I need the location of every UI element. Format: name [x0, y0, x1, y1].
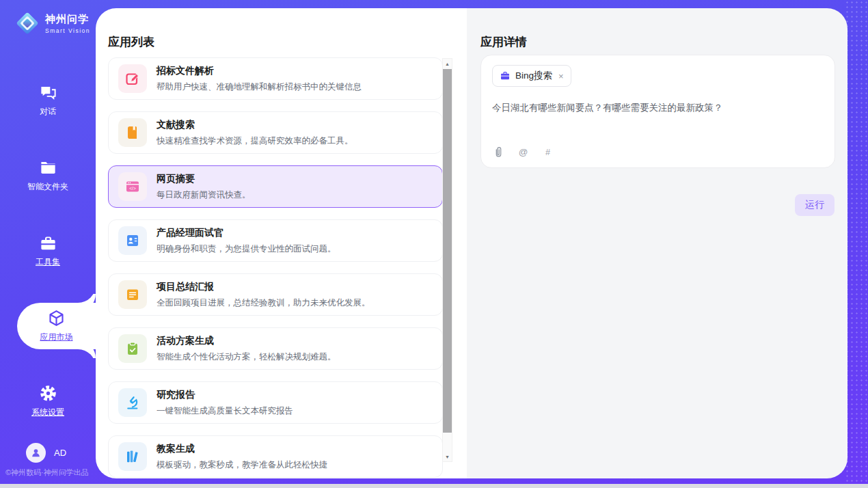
prompt-card: Bing搜索 × 今日湖北有哪些新闻要点？有哪些需要关注的最新政策？ @#: [480, 55, 835, 168]
app-card-description: 一键智能生成高质量长文本研究报告: [157, 405, 293, 417]
app-card-3[interactable]: 产品经理面试官明确身份和职责，为您提供专业性的面试问题。: [108, 219, 443, 262]
scrollbar[interactable]: ▲ ▼: [442, 58, 452, 462]
sidebar-nav: 对话智能文件夹工具集应用市场系统设置: [0, 63, 96, 439]
edit-icon: [118, 64, 147, 93]
avatar[interactable]: [26, 443, 46, 463]
app-list-title: 应用列表: [108, 34, 154, 50]
sidebar-item-label: 对话: [40, 106, 56, 118]
app-card-description: 智能生成个性化活动方案，轻松解决规划难题。: [157, 351, 336, 363]
copyright-text: ©神州数码·神州问学出品: [5, 467, 89, 478]
attachment-icon[interactable]: [492, 146, 505, 159]
summary-icon: [118, 280, 147, 309]
app-card-description: 全面回顾项目进展，总结经验教训，助力未来优化发展。: [157, 297, 370, 309]
sidebar-item-0[interactable]: 对话: [0, 63, 96, 138]
app-card-description: 每日政府新闻资讯快查。: [157, 189, 251, 201]
app-card-title: 活动方案生成: [157, 335, 336, 347]
app-card-description: 明确身份和职责，为您提供专业性的面试问题。: [157, 243, 336, 255]
app-card-title: 网页摘要: [157, 173, 251, 185]
toolbox-icon: [39, 234, 57, 252]
scrollbar-thumb[interactable]: [443, 69, 452, 433]
logo-icon: [15, 11, 40, 36]
sidebar: 神州问学 Smart Vision 对话智能文件夹工具集应用市场系统设置 AD …: [0, 0, 96, 484]
gear-icon: [39, 384, 57, 403]
app-card-title: 项目总结汇报: [157, 281, 370, 293]
browser-icon: </>: [118, 172, 147, 201]
chat-icon: [39, 83, 57, 102]
briefcase-icon: [500, 70, 511, 81]
sidebar-pill[interactable]: 工具集: [0, 228, 96, 274]
run-button[interactable]: 运行: [795, 194, 835, 216]
books-icon: [118, 442, 147, 471]
folder-icon: [39, 159, 57, 177]
plan-icon: [118, 334, 147, 363]
sidebar-pill[interactable]: 应用市场: [17, 303, 96, 349]
app-card-title: 招标文件解析: [157, 65, 362, 77]
cube-icon: [47, 309, 66, 327]
composer-toolbar: @#: [492, 146, 554, 159]
app-card-title: 文献搜索: [157, 119, 353, 131]
app-card-0[interactable]: 招标文件解析帮助用户快速、准确地理解和解析招标书中的关键信息: [108, 57, 443, 100]
brand-tagline: Smart Vision: [45, 27, 90, 34]
app-card-description: 模板驱动，教案秒成，教学准备从此轻松快捷: [157, 459, 327, 471]
app-detail-panel: 应用详情 Bing搜索 × 今日湖北有哪些新闻要点？有哪些需要关注的最新政策？ …: [467, 8, 847, 478]
hash-icon[interactable]: #: [541, 146, 554, 159]
logo: 神州问学 Smart Vision: [0, 0, 96, 36]
sidebar-pill[interactable]: 智能文件夹: [0, 152, 96, 199]
sidebar-item-4[interactable]: 系统设置: [0, 364, 96, 439]
scroll-up-icon[interactable]: ▲: [443, 59, 452, 68]
sidebar-item-1[interactable]: 智能文件夹: [0, 138, 96, 213]
dot-texture: [845, 0, 868, 484]
tag-close-icon[interactable]: ×: [558, 72, 564, 81]
tool-tag[interactable]: Bing搜索 ×: [492, 65, 571, 87]
app-frame: 神州问学 Smart Vision 对话智能文件夹工具集应用市场系统设置 AD …: [0, 0, 868, 484]
sidebar-item-label: 工具集: [36, 256, 60, 268]
app-card-4[interactable]: 项目总结汇报全面回顾项目进展，总结经验教训，助力未来优化发展。: [108, 273, 443, 316]
app-card-title: 研究报告: [157, 389, 293, 401]
app-card-5[interactable]: 活动方案生成智能生成个性化活动方案，轻松解决规划难题。: [108, 327, 443, 370]
app-card-title: 产品经理面试官: [157, 227, 336, 239]
research-icon: [118, 388, 147, 417]
app-card-description: 帮助用户快速、准确地理解和解析招标书中的关键信息: [157, 81, 362, 93]
scroll-down-icon[interactable]: ▼: [443, 452, 452, 461]
user-row[interactable]: AD: [26, 443, 66, 463]
svg-text:#: #: [545, 148, 550, 157]
app-card-6[interactable]: 研究报告一键智能生成高质量长文本研究报告: [108, 381, 443, 424]
user-name: AD: [54, 448, 66, 458]
sidebar-pill[interactable]: 对话: [0, 77, 96, 124]
app-card-7[interactable]: 教案生成模板驱动，教案秒成，教学准备从此轻松快捷: [108, 435, 443, 478]
sidebar-item-2[interactable]: 工具集: [0, 213, 96, 288]
app-list: 招标文件解析帮助用户快速、准确地理解和解析招标书中的关键信息文献搜索快速精准查找…: [108, 57, 443, 478]
prompt-input[interactable]: 今日湖北有哪些新闻要点？有哪些需要关注的最新政策？: [492, 102, 824, 114]
book-icon: [118, 118, 147, 147]
sidebar-item-label: 应用市场: [40, 331, 73, 343]
sidebar-item-label: 系统设置: [31, 407, 64, 418]
brand-name: 神州问学: [45, 13, 90, 26]
app-card-description: 快速精准查找学术资源，提高研究效率的必备工具。: [157, 135, 353, 147]
app-card-2[interactable]: </>网页摘要每日政府新闻资讯快查。: [108, 165, 443, 208]
sidebar-item-label: 智能文件夹: [27, 181, 68, 193]
sidebar-item-3[interactable]: 应用市场: [0, 288, 96, 364]
interviewer-icon: [118, 226, 147, 255]
app-list-panel: 应用列表 招标文件解析帮助用户快速、准确地理解和解析招标书中的关键信息文献搜索快…: [96, 8, 467, 478]
tool-tag-label: Bing搜索: [515, 70, 552, 82]
mention-icon[interactable]: @: [517, 146, 530, 159]
app-card-title: 教案生成: [157, 443, 327, 455]
svg-text:</>: </>: [129, 186, 136, 191]
app-detail-title: 应用详情: [480, 34, 527, 50]
sidebar-pill[interactable]: 系统设置: [0, 378, 96, 424]
svg-text:@: @: [519, 147, 528, 157]
app-card-1[interactable]: 文献搜索快速精准查找学术资源，提高研究效率的必备工具。: [108, 111, 443, 154]
